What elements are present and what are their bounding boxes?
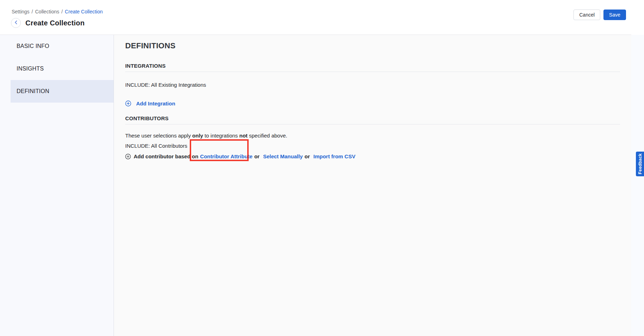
breadcrumb: Settings / Collections / Create Collecti…: [12, 9, 103, 14]
feedback-tab[interactable]: Feedback: [636, 152, 644, 176]
note-text: to integrations: [203, 133, 239, 139]
sidebar-item-insights[interactable]: INSIGHTS: [11, 57, 114, 80]
add-integration-label: Add Integration: [136, 100, 175, 106]
save-button[interactable]: Save: [603, 10, 626, 20]
breadcrumb-separator: /: [32, 9, 33, 14]
note-text: specified above.: [248, 133, 287, 139]
plus-circle-icon: [125, 154, 131, 159]
breadcrumb-settings[interactable]: Settings: [12, 9, 30, 14]
add-contributor-label: Add contributor based on: [134, 153, 198, 159]
select-manually-link[interactable]: Select Manually: [263, 153, 303, 159]
breadcrumb-create-collection[interactable]: Create Collection: [65, 9, 103, 14]
or-text: or: [304, 153, 310, 159]
or-text: or: [254, 153, 260, 159]
definitions-title: DEFINITIONS: [125, 41, 620, 50]
note-bold-only: only: [192, 133, 203, 139]
feedback-tab-label: Feedback: [638, 153, 643, 174]
plus-circle-icon: [125, 100, 131, 106]
back-button[interactable]: [11, 18, 21, 28]
page-right-margin: Feedback: [631, 35, 644, 336]
contributors-section-heading: CONTRIBUTORS: [125, 115, 620, 124]
contributors-note: These user selections apply only to inte…: [125, 133, 620, 139]
page-title: Create Collection: [25, 19, 85, 27]
breadcrumb-collections[interactable]: Collections: [35, 9, 59, 14]
sidebar-item-definition[interactable]: DEFINITION: [11, 80, 114, 103]
settings-sidebar: BASIC INFO INSIGHTS DEFINITION: [0, 35, 114, 336]
add-contributor-row: Add contributor based on Contributor Att…: [125, 153, 620, 159]
left-arrow-icon: [13, 20, 19, 26]
contributor-attribute-link[interactable]: Contributor Attribute: [200, 153, 253, 159]
definition-panel: DEFINITIONS INTEGRATIONS INCLUDE: All Ex…: [114, 35, 631, 336]
integrations-include-text: INCLUDE: All Existing Integrations: [125, 82, 620, 88]
page-header: Settings / Collections / Create Collecti…: [0, 0, 644, 35]
note-text: These user selections apply: [125, 133, 192, 139]
contributors-include-text: INCLUDE: All Contributors: [125, 143, 620, 149]
note-bold-not: not: [239, 133, 248, 139]
integrations-section-heading: INTEGRATIONS: [125, 63, 620, 72]
add-integration-button[interactable]: Add Integration: [125, 100, 175, 106]
cancel-button[interactable]: Cancel: [573, 10, 600, 20]
breadcrumb-separator: /: [61, 9, 63, 14]
import-from-csv-link[interactable]: Import from CSV: [313, 153, 355, 159]
sidebar-item-basic-info[interactable]: BASIC INFO: [11, 35, 114, 57]
